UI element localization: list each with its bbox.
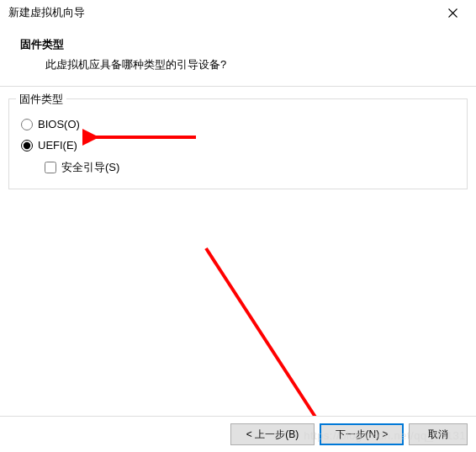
- next-button[interactable]: 下一步(N) >: [320, 423, 404, 445]
- cancel-button[interactable]: 取消: [409, 423, 468, 445]
- annotation-arrow-2: [198, 244, 341, 429]
- close-icon: [448, 8, 457, 18]
- radio-bios-input[interactable]: [21, 119, 33, 130]
- title-bar: 新建虚拟机向导: [0, 0, 476, 25]
- content-area: 固件类型 BIOS(O) UEFI(E) 安全引导(S): [0, 87, 476, 189]
- page-heading: 固件类型: [20, 37, 468, 52]
- checkbox-secure-boot-label: 安全引导(S): [61, 160, 119, 175]
- window-title: 新建虚拟机向导: [8, 5, 85, 20]
- radio-uefi[interactable]: UEFI(E): [21, 139, 455, 152]
- radio-uefi-label: UEFI(E): [38, 139, 77, 152]
- page-subheading: 此虚拟机应具备哪种类型的引导设备?: [20, 57, 468, 72]
- back-button[interactable]: < 上一步(B): [230, 423, 315, 445]
- checkbox-secure-boot[interactable]: 安全引导(S): [45, 160, 455, 175]
- radio-bios[interactable]: BIOS(O): [21, 118, 455, 130]
- group-legend: 固件类型: [16, 92, 66, 107]
- wizard-header: 固件类型 此虚拟机应具备哪种类型的引导设备?: [0, 25, 476, 87]
- firmware-type-group: 固件类型 BIOS(O) UEFI(E) 安全引导(S): [8, 98, 468, 189]
- close-button[interactable]: [436, 1, 469, 24]
- checkbox-secure-boot-input[interactable]: [45, 162, 56, 173]
- wizard-footer: < 上一步(B) 下一步(N) > 取消: [0, 416, 476, 452]
- svg-line-3: [206, 248, 318, 421]
- radio-bios-label: BIOS(O): [38, 118, 80, 130]
- radio-uefi-input[interactable]: [21, 140, 33, 152]
